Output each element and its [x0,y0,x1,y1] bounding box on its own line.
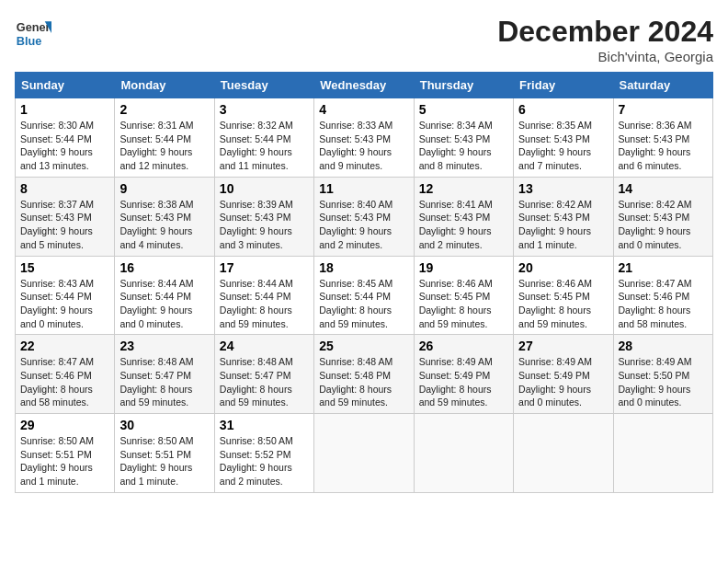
calendar-cell-4: 4 Sunrise: 8:33 AM Sunset: 5:43 PM Dayli… [314,98,414,178]
day-number: 23 [119,339,209,353]
day-info: Sunrise: 8:40 AM Sunset: 5:43 PM Dayligh… [319,198,408,252]
day-info: Sunrise: 8:46 AM Sunset: 5:45 PM Dayligh… [419,277,508,331]
day-info: Sunrise: 8:50 AM Sunset: 5:52 PM Dayligh… [220,434,309,488]
day-info: Sunrise: 8:37 AM Sunset: 5:43 PM Dayligh… [20,198,109,252]
calendar-cell-24: 24 Sunrise: 8:48 AM Sunset: 5:47 PM Dayl… [214,335,313,414]
calendar-cell-empty [613,414,712,493]
title-area: December 2024 Bich'vinta, Georgia [497,15,713,64]
day-number: 6 [518,102,608,117]
calendar-cell-17: 17 Sunrise: 8:44 AM Sunset: 5:44 PM Dayl… [214,256,313,335]
day-info: Sunrise: 8:41 AM Sunset: 5:43 PM Dayligh… [419,198,508,252]
day-number: 9 [119,181,209,196]
day-number: 26 [419,339,508,353]
day-info: Sunrise: 8:33 AM Sunset: 5:43 PM Dayligh… [319,119,408,173]
day-number: 5 [419,102,508,117]
calendar-week-5: 29 Sunrise: 8:50 AM Sunset: 5:51 PM Dayl… [16,414,713,493]
day-info: Sunrise: 8:49 AM Sunset: 5:49 PM Dayligh… [419,355,508,409]
calendar-cell-empty [314,414,414,493]
svg-text:Blue: Blue [17,34,42,48]
col-saturday: Saturday [613,73,712,98]
day-number: 13 [518,181,608,196]
col-thursday: Thursday [414,73,513,98]
day-number: 29 [20,418,109,432]
calendar-cell-19: 19 Sunrise: 8:46 AM Sunset: 5:45 PM Dayl… [414,256,513,335]
day-number: 15 [20,260,109,275]
day-info: Sunrise: 8:44 AM Sunset: 5:44 PM Dayligh… [220,277,309,331]
calendar-cell-16: 16 Sunrise: 8:44 AM Sunset: 5:44 PM Dayl… [115,256,214,335]
location-title: Bich'vinta, Georgia [497,49,713,64]
day-number: 25 [319,339,408,353]
logo: General Blue [15,15,55,52]
calendar-week-2: 8 Sunrise: 8:37 AM Sunset: 5:43 PM Dayli… [16,177,713,256]
day-info: Sunrise: 8:42 AM Sunset: 5:43 PM Dayligh… [518,198,608,252]
day-number: 4 [319,102,408,117]
day-info: Sunrise: 8:30 AM Sunset: 5:44 PM Dayligh… [20,119,109,173]
day-info: Sunrise: 8:42 AM Sunset: 5:43 PM Dayligh… [619,198,708,252]
calendar-week-3: 15 Sunrise: 8:43 AM Sunset: 5:44 PM Dayl… [16,256,713,335]
col-wednesday: Wednesday [314,73,414,98]
day-info: Sunrise: 8:48 AM Sunset: 5:47 PM Dayligh… [119,355,209,409]
page-header: General Blue December 2024 Bich'vinta, G… [15,15,713,64]
calendar-cell-31: 31 Sunrise: 8:50 AM Sunset: 5:52 PM Dayl… [214,414,313,493]
calendar-cell-12: 12 Sunrise: 8:41 AM Sunset: 5:43 PM Dayl… [414,177,513,256]
day-info: Sunrise: 8:36 AM Sunset: 5:43 PM Dayligh… [619,119,708,173]
day-info: Sunrise: 8:50 AM Sunset: 5:51 PM Dayligh… [20,434,109,488]
month-title: December 2024 [497,15,713,49]
day-info: Sunrise: 8:35 AM Sunset: 5:43 PM Dayligh… [518,119,608,173]
calendar-cell-28: 28 Sunrise: 8:49 AM Sunset: 5:50 PM Dayl… [613,335,712,414]
calendar-cell-1: 1 Sunrise: 8:30 AM Sunset: 5:44 PM Dayli… [16,98,115,178]
day-info: Sunrise: 8:50 AM Sunset: 5:51 PM Dayligh… [119,434,209,488]
calendar-cell-30: 30 Sunrise: 8:50 AM Sunset: 5:51 PM Dayl… [115,414,214,493]
day-number: 16 [119,260,209,275]
day-info: Sunrise: 8:38 AM Sunset: 5:43 PM Dayligh… [119,198,209,252]
calendar-cell-23: 23 Sunrise: 8:48 AM Sunset: 5:47 PM Dayl… [115,335,214,414]
day-number: 8 [20,181,109,196]
day-info: Sunrise: 8:32 AM Sunset: 5:44 PM Dayligh… [220,119,309,173]
calendar-cell-11: 11 Sunrise: 8:40 AM Sunset: 5:43 PM Dayl… [314,177,414,256]
calendar-cell-empty [514,414,613,493]
calendar-cell-20: 20 Sunrise: 8:46 AM Sunset: 5:45 PM Dayl… [514,256,613,335]
day-info: Sunrise: 8:31 AM Sunset: 5:44 PM Dayligh… [119,119,209,173]
day-number: 22 [20,339,109,353]
day-number: 10 [220,181,309,196]
calendar-cell-27: 27 Sunrise: 8:49 AM Sunset: 5:49 PM Dayl… [514,335,613,414]
day-info: Sunrise: 8:49 AM Sunset: 5:50 PM Dayligh… [619,355,708,409]
calendar-table: Sunday Monday Tuesday Wednesday Thursday… [15,72,713,493]
day-number: 20 [518,260,608,275]
day-info: Sunrise: 8:47 AM Sunset: 5:46 PM Dayligh… [619,277,708,331]
calendar-cell-14: 14 Sunrise: 8:42 AM Sunset: 5:43 PM Dayl… [613,177,712,256]
day-info: Sunrise: 8:48 AM Sunset: 5:48 PM Dayligh… [319,355,408,409]
day-number: 24 [220,339,309,353]
day-info: Sunrise: 8:46 AM Sunset: 5:45 PM Dayligh… [518,277,608,331]
col-friday: Friday [514,73,613,98]
calendar-cell-21: 21 Sunrise: 8:47 AM Sunset: 5:46 PM Dayl… [613,256,712,335]
col-monday: Monday [115,73,214,98]
day-info: Sunrise: 8:34 AM Sunset: 5:43 PM Dayligh… [419,119,508,173]
calendar-cell-10: 10 Sunrise: 8:39 AM Sunset: 5:43 PM Dayl… [214,177,313,256]
day-number: 7 [619,102,708,117]
day-number: 17 [220,260,309,275]
calendar-cell-25: 25 Sunrise: 8:48 AM Sunset: 5:48 PM Dayl… [314,335,414,414]
calendar-cell-29: 29 Sunrise: 8:50 AM Sunset: 5:51 PM Dayl… [16,414,115,493]
calendar-cell-6: 6 Sunrise: 8:35 AM Sunset: 5:43 PM Dayli… [514,98,613,178]
calendar-cell-8: 8 Sunrise: 8:37 AM Sunset: 5:43 PM Dayli… [16,177,115,256]
calendar-cell-18: 18 Sunrise: 8:45 AM Sunset: 5:44 PM Dayl… [314,256,414,335]
calendar-cell-22: 22 Sunrise: 8:47 AM Sunset: 5:46 PM Dayl… [16,335,115,414]
calendar-cell-26: 26 Sunrise: 8:49 AM Sunset: 5:49 PM Dayl… [414,335,513,414]
day-info: Sunrise: 8:48 AM Sunset: 5:47 PM Dayligh… [220,355,309,409]
day-number: 3 [220,102,309,117]
col-tuesday: Tuesday [214,73,313,98]
day-number: 28 [619,339,708,353]
day-info: Sunrise: 8:45 AM Sunset: 5:44 PM Dayligh… [319,277,408,331]
day-number: 19 [419,260,508,275]
day-number: 31 [220,418,309,432]
day-number: 2 [119,102,209,117]
calendar-header-row: Sunday Monday Tuesday Wednesday Thursday… [16,73,713,98]
col-sunday: Sunday [16,73,115,98]
day-info: Sunrise: 8:49 AM Sunset: 5:49 PM Dayligh… [518,355,608,409]
day-info: Sunrise: 8:43 AM Sunset: 5:44 PM Dayligh… [20,277,109,331]
calendar-cell-9: 9 Sunrise: 8:38 AM Sunset: 5:43 PM Dayli… [115,177,214,256]
day-number: 1 [20,102,109,117]
day-info: Sunrise: 8:47 AM Sunset: 5:46 PM Dayligh… [20,355,109,409]
calendar-cell-5: 5 Sunrise: 8:34 AM Sunset: 5:43 PM Dayli… [414,98,513,178]
